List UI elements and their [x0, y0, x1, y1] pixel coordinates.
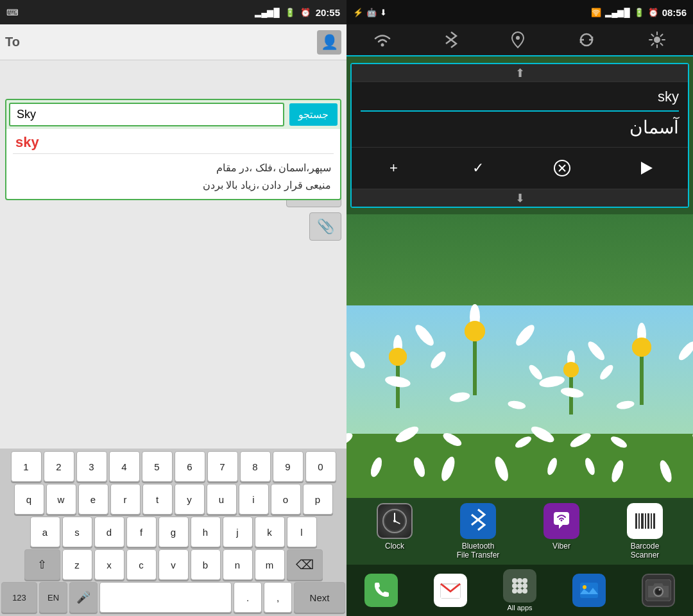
key-n[interactable]: n: [223, 549, 253, 580]
key-3[interactable]: 3: [76, 451, 107, 482]
key-m[interactable]: m: [255, 549, 285, 580]
key-z[interactable]: z: [62, 549, 92, 580]
key-u[interactable]: u: [207, 484, 237, 515]
svg-point-97: [583, 585, 586, 589]
qs-location-icon[interactable]: [511, 31, 525, 53]
wallpaper-flowers: [346, 214, 693, 498]
dict-confirm-button[interactable]: ✓: [464, 154, 492, 182]
key-r[interactable]: r: [110, 484, 141, 515]
bluetooth-file-icon: [460, 503, 496, 539]
key-w[interactable]: w: [46, 484, 76, 515]
svg-point-101: [659, 589, 661, 591]
key-backspace[interactable]: ⌫: [287, 549, 323, 580]
dock-gmail[interactable]: [418, 574, 483, 607]
dock-phone[interactable]: [349, 574, 413, 607]
dock: All apps: [346, 565, 693, 616]
key-0[interactable]: 0: [305, 451, 336, 482]
key-2[interactable]: 2: [44, 451, 74, 482]
dropdown-result-word[interactable]: sky: [6, 129, 340, 153]
key-4[interactable]: 4: [109, 451, 140, 482]
clock-icon: [377, 503, 413, 539]
svg-line-11: [661, 35, 663, 37]
key-microphone[interactable]: 🎤: [69, 582, 98, 613]
key-q[interactable]: q: [14, 484, 44, 515]
svg-point-87: [517, 578, 522, 583]
key-h[interactable]: h: [191, 517, 221, 547]
dict-play-button[interactable]: [632, 154, 660, 182]
key-o[interactable]: o: [271, 484, 301, 515]
dict-action-bar: + ✓: [352, 147, 688, 189]
key-8[interactable]: 8: [240, 451, 271, 482]
svg-line-1: [446, 36, 451, 40]
svg-line-72: [472, 515, 478, 520]
app-icon-clock[interactable]: Clock: [359, 503, 430, 560]
key-7[interactable]: 7: [207, 451, 238, 482]
key-c[interactable]: c: [126, 549, 157, 580]
qs-wifi-icon[interactable]: [373, 33, 391, 51]
contact-icon[interactable]: 👤: [317, 30, 341, 55]
key-next[interactable]: Next: [294, 582, 345, 613]
to-input[interactable]: [26, 35, 317, 49]
svg-point-4: [654, 37, 660, 43]
key-space[interactable]: [99, 582, 232, 613]
key-b[interactable]: b: [191, 549, 221, 580]
key-comma[interactable]: ,: [264, 582, 292, 613]
svg-point-86: [512, 578, 517, 583]
key-v[interactable]: v: [158, 549, 189, 580]
svg-point-0: [381, 44, 384, 47]
alarm-icon: ⏰: [300, 8, 311, 17]
qs-sync-icon[interactable]: [578, 31, 595, 52]
dict-separator: [361, 110, 679, 112]
key-i[interactable]: i: [239, 484, 269, 515]
key-123[interactable]: 123: [1, 582, 37, 613]
key-g[interactable]: g: [158, 517, 189, 547]
app-icons-row: Clock BluetoothFile Transfer Viber Barco…: [346, 498, 693, 565]
dropdown-search-button[interactable]: جستجو: [289, 103, 338, 126]
key-6[interactable]: 6: [175, 451, 205, 482]
dict-top-handle[interactable]: ⬆: [352, 64, 688, 82]
to-label: To: [5, 35, 20, 49]
key-lang[interactable]: EN: [39, 582, 67, 613]
key-a[interactable]: a: [30, 517, 60, 547]
key-s[interactable]: s: [62, 517, 92, 547]
plus-icon: +: [389, 160, 398, 176]
key-t[interactable]: t: [142, 484, 173, 515]
attach-button[interactable]: 📎: [309, 212, 341, 241]
key-5[interactable]: 5: [142, 451, 173, 482]
dict-close-button[interactable]: [548, 154, 576, 182]
svg-point-66: [632, 338, 651, 357]
time-left: 20:55: [316, 7, 340, 18]
key-period[interactable]: .: [234, 582, 262, 613]
dict-bottom-handle[interactable]: ⬇: [352, 189, 688, 207]
key-y[interactable]: y: [175, 484, 205, 515]
key-1[interactable]: 1: [11, 451, 42, 482]
svg-point-30: [389, 348, 407, 366]
dock-gallery[interactable]: [557, 574, 621, 607]
dropdown-search-input[interactable]: [9, 103, 284, 126]
download-icon: ⬇: [380, 8, 387, 17]
key-p[interactable]: p: [303, 484, 333, 515]
key-k[interactable]: k: [255, 517, 285, 547]
key-x[interactable]: x: [94, 549, 124, 580]
to-field-row: To 👤: [0, 24, 346, 60]
svg-rect-79: [641, 513, 644, 529]
key-e[interactable]: e: [78, 484, 108, 515]
app-icon-barcode[interactable]: BarcodeScanner: [610, 503, 680, 560]
dict-translation: آسمان: [361, 117, 679, 138]
key-shift[interactable]: ⇧: [24, 549, 60, 580]
dock-camera[interactable]: [626, 574, 690, 607]
key-j[interactable]: j: [223, 517, 253, 547]
key-d[interactable]: d: [94, 517, 124, 547]
qs-brightness-icon[interactable]: [648, 31, 666, 53]
app-icon-viber[interactable]: Viber: [526, 503, 597, 560]
dict-add-button[interactable]: +: [380, 154, 408, 182]
qs-bluetooth-icon[interactable]: [445, 31, 458, 53]
dock-all-apps[interactable]: All apps: [488, 569, 552, 612]
svg-rect-81: [647, 513, 649, 529]
app-icon-bluetooth[interactable]: BluetoothFile Transfer: [443, 503, 513, 560]
svg-point-91: [522, 583, 527, 588]
key-f[interactable]: f: [126, 517, 157, 547]
key-l[interactable]: l: [287, 517, 317, 547]
key-9[interactable]: 9: [273, 451, 304, 482]
svg-rect-83: [653, 513, 655, 529]
